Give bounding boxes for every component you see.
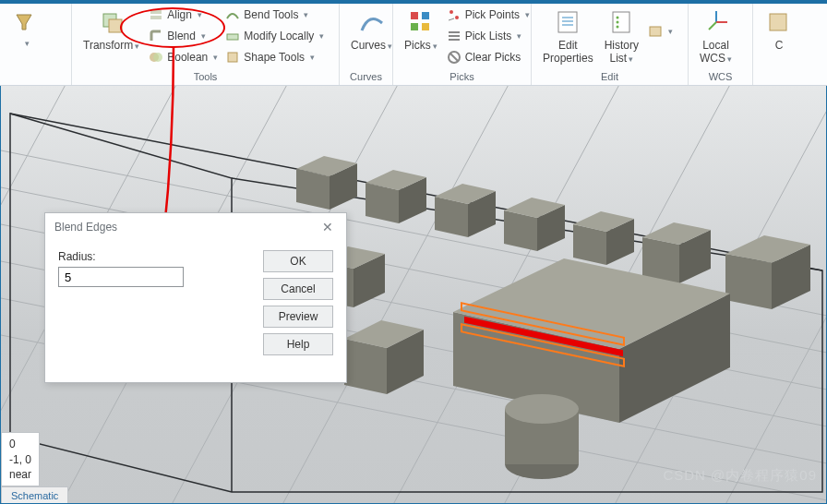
bend-icon [225,7,240,22]
pick-points-button[interactable]: Pick Points▾ [445,6,532,24]
svg-rect-19 [558,12,577,32]
shape-tools-button[interactable]: Shape Tools▾ [223,48,326,66]
partial-button[interactable]: C [761,6,797,54]
coordinate-display: 0-1, 0near [1,432,40,486]
svg-marker-71 [344,339,387,394]
svg-rect-8 [411,12,418,19]
schematic-tab[interactable]: Schematic [1,486,68,503]
svg-rect-6 [227,34,238,40]
group-label-tools: Tools [79,69,331,85]
shape-icon [225,50,240,65]
modify-icon [225,29,240,43]
svg-point-26 [617,26,619,29]
svg-rect-9 [422,12,429,19]
svg-rect-16 [449,39,460,41]
pick-lists-button[interactable]: Pick Lists▾ [445,27,532,45]
svg-rect-7 [228,53,237,62]
svg-rect-3 [150,16,162,19]
edit-extra-button[interactable]: ▾ [646,22,675,41]
svg-point-5 [153,53,162,62]
ribbon: ▾ Transform▾ Align▾ Blend▾ Boolean▾ Bend… [0,0,827,86]
clear-picks-button[interactable]: Clear Picks [445,48,532,66]
svg-line-30 [709,22,716,30]
radius-label: Radius: [58,250,248,263]
boolean-icon [149,50,163,65]
svg-marker-65 [725,254,772,309]
group-label-wcs: WCS [696,69,745,85]
modify-locally-button[interactable]: Modify Locally▾ [223,27,326,45]
group-label-curves: Curves [347,69,385,85]
blend-button[interactable]: Blend▾ [147,27,220,45]
dialog-title: Blend Edges [54,221,117,234]
curves-button[interactable]: Curves▾ [347,6,396,54]
group-label-picks: Picks [401,69,523,85]
svg-point-25 [617,21,619,24]
svg-point-13 [455,16,459,19]
svg-rect-31 [770,14,786,30]
svg-line-18 [450,54,458,61]
align-button[interactable]: Align▾ [147,6,220,24]
bend-tools-button[interactable]: Bend Tools▾ [223,6,326,24]
svg-point-79 [505,394,579,424]
boolean-button[interactable]: Boolean▾ [147,48,220,66]
svg-rect-1 [109,19,122,32]
cancel-button[interactable]: Cancel [263,278,333,300]
watermark: CSDN @内卷程序猿09 [663,467,817,485]
svg-point-12 [449,10,453,14]
svg-rect-10 [411,23,418,30]
ribbon-accent [0,0,827,4]
group-label-edit: Edit [539,69,680,85]
local-wcs-button[interactable]: Local WCS▾ [696,6,736,66]
svg-rect-27 [650,27,661,36]
ok-button[interactable]: OK [263,250,333,272]
svg-rect-2 [150,10,162,14]
svg-rect-15 [449,35,460,37]
svg-point-24 [617,17,619,19]
close-icon[interactable]: ✕ [318,220,337,234]
picks-button[interactable]: Picks▾ [401,6,441,54]
list-icon [447,29,461,43]
group-label [7,69,64,85]
point-icon [447,7,461,22]
blend-edges-dialog: Blend Edges ✕ Radius: OK Cancel Preview … [44,212,347,383]
edit-properties-button[interactable]: Edit Properties [539,6,597,66]
dropdown-button[interactable]: ▾ [7,6,44,50]
transform-button[interactable]: Transform▾ [79,6,143,54]
radius-input[interactable] [58,267,184,287]
svg-rect-23 [613,12,629,32]
align-icon [149,7,163,22]
blend-icon [149,29,163,43]
clear-icon [447,50,461,65]
svg-rect-11 [422,23,429,30]
preview-button[interactable]: Preview [263,306,333,328]
help-button[interactable]: Help [263,333,333,355]
svg-rect-14 [449,31,460,33]
history-list-button[interactable]: History List▾ [601,6,642,66]
